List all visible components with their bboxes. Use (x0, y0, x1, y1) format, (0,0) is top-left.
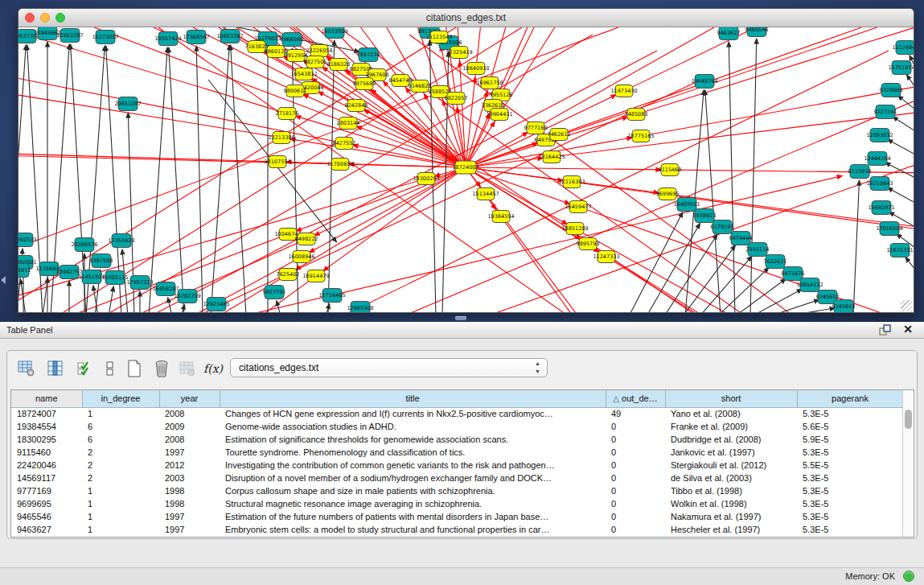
graph-node-cited[interactable]: 19648794 (691, 75, 717, 89)
graph-node-cited[interactable]: 9245653 (832, 300, 856, 314)
graph-node-cited[interactable]: 9465546 (745, 27, 769, 37)
graph-node-cited[interactable]: 2935114 (746, 243, 770, 257)
graph-node-cited[interactable]: 13505115 (101, 271, 128, 285)
graph-node-cited[interactable]: 9397588 (90, 254, 113, 268)
graph-node-hub[interactable]: 18724007 (452, 161, 478, 174)
graph-node-cited[interactable]: 6179197 (711, 220, 734, 234)
graph-node-cited[interactable]: 20653287 (114, 97, 141, 111)
graph-node-reference[interactable]: 18300295 (413, 173, 439, 185)
table-settings-icon[interactable] (15, 357, 38, 380)
graph-node-reference[interactable]: 18640910 (462, 63, 489, 75)
graph-node-cited[interactable]: 9227341 (874, 105, 897, 119)
graph-node-reference[interactable]: 9875685 (353, 78, 376, 90)
graph-node-cited[interactable]: 17359928 (108, 234, 134, 248)
graph-node-cited[interactable]: 11675331 (886, 244, 913, 257)
graph-node-cited[interactable]: 9329968 (880, 84, 903, 97)
network-window-titlebar[interactable]: citations_edges.txt (18, 9, 914, 27)
graph-node-reference[interactable]: 7485083 (625, 109, 648, 121)
graph-node-cited[interactable]: 9857791 (263, 286, 286, 299)
table-row[interactable]: 946362711997Embryonic stem cells: a mode… (11, 523, 903, 536)
graph-node-cited[interactable]: 10653287 (216, 30, 243, 43)
collapse-left-splitter-button[interactable] (1, 276, 6, 284)
column-header-short[interactable]: short (665, 390, 797, 407)
graph-node-cited[interactable]: 15716485 (318, 289, 345, 303)
graph-node-reference[interactable]: 9890611 (284, 85, 307, 97)
column-header-out_de[interactable]: △out_de… (606, 390, 665, 407)
table-row[interactable]: 1872400712008Changes of HCN gene express… (11, 407, 903, 420)
create-table-icon[interactable] (123, 357, 146, 380)
graph-node-cited[interactable]: 15751874 (888, 61, 914, 75)
graph-node-cited[interactable]: 7857224 (357, 48, 380, 62)
graph-node-cited[interactable]: 20206576 (71, 238, 97, 252)
graph-node-reference[interactable]: 9498222 (295, 233, 318, 245)
graph-node-reference[interactable]: 9699695 (656, 188, 680, 200)
graph-node-reference[interactable]: 9777169 (524, 122, 548, 134)
graph-node-cited[interactable]: 20260533 (18, 233, 37, 247)
table-row[interactable]: 1830029562008Estimation of significance … (11, 433, 903, 446)
graph-node-reference[interactable]: 8427552 (333, 138, 356, 150)
table-header-row[interactable]: namein_degreeyeartitle△out_de…shortpager… (11, 390, 903, 407)
graph-node-cited[interactable]: 12923485 (203, 298, 229, 311)
graph-node-cited[interactable]: 10654112 (796, 278, 823, 292)
graph-node-cited[interactable]: 12093832 (866, 129, 893, 142)
column-header-title[interactable]: title (220, 390, 606, 407)
select-all-rows-icon[interactable] (73, 357, 96, 380)
window-resize-grip[interactable] (901, 300, 912, 311)
graph-node-cited[interactable]: 8471676 (782, 267, 805, 281)
memory-status-icon[interactable] (903, 571, 914, 582)
graph-node-cited[interactable]: 11124845 (892, 41, 914, 55)
table-row[interactable]: 969969511998Structural magnetic resonanc… (11, 497, 903, 510)
column-header-pagerank[interactable]: pagerank (797, 390, 903, 407)
graph-node-cited[interactable]: 9474444 (729, 232, 753, 245)
column-header-name[interactable]: name (11, 390, 82, 407)
graph-node-reference[interactable]: 16914479 (302, 270, 329, 282)
table-row[interactable]: 2242004622012Investigating the contribut… (11, 459, 903, 472)
graph-node-reference[interactable]: 7625402 (277, 269, 300, 281)
graph-node-reference[interactable]: 23226058 (306, 45, 332, 57)
graph-node-reference[interactable]: 9242848 (345, 100, 368, 112)
graph-node-cited[interactable]: 5938923 (693, 209, 717, 223)
graph-node-cited[interactable]: 15692971 (868, 201, 894, 215)
graph-node-reference[interactable]: 8186328 (327, 59, 351, 71)
graph-node-cited[interactable]: 16033809 (321, 27, 347, 39)
column-header-year[interactable]: year (159, 390, 220, 407)
graph-node-reference[interactable]: 9827505 (304, 56, 327, 68)
vertical-scrollbar[interactable] (902, 390, 914, 537)
graph-node-cited[interactable]: 16210643 (866, 177, 893, 191)
graph-node-reference[interactable]: 6822057 (445, 93, 468, 105)
graph-node-cited[interactable]: 6966560 (281, 33, 304, 47)
close-panel-icon[interactable]: ✕ (903, 323, 913, 336)
float-panel-icon[interactable] (879, 324, 892, 336)
table-row[interactable]: 1938455462009Genome-wide association stu… (11, 420, 903, 433)
graph-node-cited[interactable]: 8115958 (848, 165, 872, 179)
table-row[interactable]: 911546021997Tourette syndrome. Phenomeno… (11, 446, 903, 459)
function-builder-icon[interactable]: f(x) (202, 357, 224, 380)
graph-node-cited[interactable]: 15273007 (92, 31, 118, 44)
graph-node-cited[interactable]: 3915911 (18, 264, 31, 278)
table-row[interactable]: 1456911722003Disruption of a novel membe… (11, 472, 903, 484)
graph-node-reference[interactable]: 16459477 (565, 201, 591, 213)
show-column-icon[interactable] (44, 357, 67, 380)
column-header-in_degree[interactable]: in_degree (82, 390, 159, 407)
graph-node-cited[interactable]: 19357424 (154, 32, 181, 46)
graph-node-reference[interactable]: 2803144 (337, 117, 360, 130)
citation-graph[interactable]: 2053735418945662109532871527300719357424… (18, 27, 914, 313)
table-row[interactable]: 946554611997Estimation of the future num… (11, 510, 903, 523)
graph-node-reference[interactable]: 7462612 (548, 129, 571, 141)
delete-table-icon[interactable] (150, 357, 173, 380)
graph-node-cited[interactable]: 17368547 (183, 31, 209, 44)
graph-node-cited[interactable]: 12444154 (864, 152, 890, 166)
graph-node-cited[interactable]: 17016504 (876, 222, 902, 236)
graph-node-cited[interactable]: 12665508 (347, 302, 373, 314)
horizontal-splitter-handle[interactable] (455, 316, 466, 320)
graph-node-reference[interactable]: 23164425 (538, 151, 565, 163)
graph-node-reference[interactable]: 2718176 (276, 108, 299, 120)
graph-node-cited[interactable]: 7632621 (764, 255, 787, 269)
graph-node-reference[interactable]: 15134457 (472, 188, 499, 200)
graph-node-reference[interactable]: 18775165 (627, 130, 654, 142)
table-row[interactable]: 977716911998Corpus callosum shape and si… (11, 484, 903, 497)
graph-node-reference[interactable]: 9895793 (577, 238, 600, 250)
scrollbar-thumb[interactable] (905, 410, 912, 429)
graph-node-cited[interactable]: 16782759 (174, 290, 200, 303)
graph-node-reference[interactable]: 11700654 (326, 159, 353, 171)
